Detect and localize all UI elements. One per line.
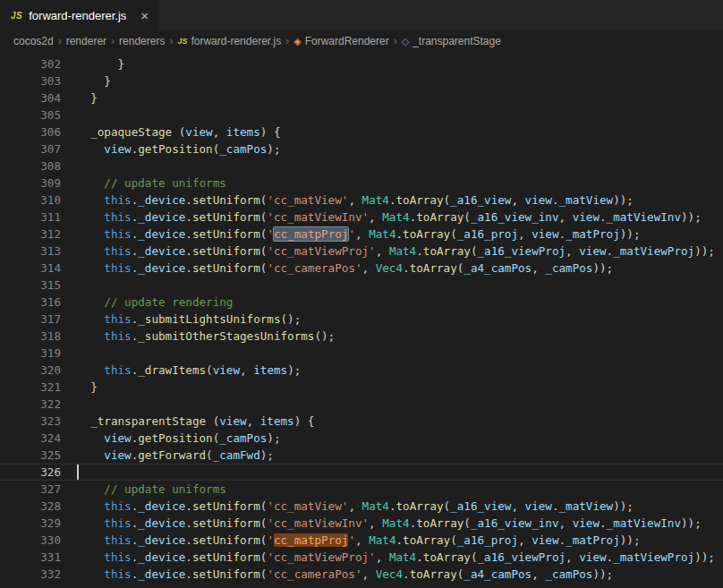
code-token: this [104,227,131,241]
code-line[interactable]: 312 this._device.setUniform('cc_matpProj… [0,226,723,243]
code-line[interactable]: 320 this._drawItems(view, items); [0,362,723,379]
line-number[interactable]: 324 [0,430,61,447]
code-line[interactable]: 319 [0,345,723,362]
code-line[interactable]: 323 _transparentStage (view, items) { [0,413,723,430]
line-number[interactable]: 330 [0,532,61,549]
line-number[interactable]: 313 [0,243,61,260]
line-number[interactable]: 307 [0,141,61,158]
code-token: ( [172,125,185,139]
code-line[interactable]: 304 } [0,89,723,107]
code-token: Vec4 [376,261,403,275]
breadcrumb-item-cocos2d[interactable]: cocos2d [13,35,54,47]
code-token: )); [681,210,702,224]
code-line[interactable]: 321 } [0,379,723,396]
code-token: _device [138,567,185,581]
line-number[interactable]: 309 [0,175,61,192]
line-number[interactable]: 305 [0,107,61,124]
breadcrumb-item-renderer[interactable]: renderer [66,35,106,47]
code-text: this._device.setUniform('cc_matView', Ma… [77,192,634,209]
code-token: view [213,363,240,377]
code-line[interactable]: 324 view.getPosition(_camPos); [0,430,723,447]
line-number[interactable]: 328 [0,498,61,515]
code-token: Mat4 [362,499,389,513]
code-line[interactable]: 318 this._submitOtherStagesUniforms(); [0,328,723,345]
code-line[interactable]: 303 } [0,72,723,89]
line-number[interactable]: 302 [0,55,61,72]
line-number[interactable]: 303 [0,72,61,89]
code-line[interactable]: 332 this._device.setUniform('cc_cameraPo… [0,566,723,583]
line-number[interactable]: 318 [0,328,61,345]
code-token: view [525,193,552,207]
line-number[interactable]: 322 [0,396,61,413]
tab-forward-renderer[interactable]: JS forward-renderer.js × [0,0,159,31]
code-line[interactable]: 322 [0,396,723,413]
line-number[interactable]: 325 [0,447,61,464]
code-line[interactable]: 308 [0,158,723,175]
code-token: Vec4 [376,567,403,581]
code-line[interactable]: 316 // update rendering [0,294,723,311]
code-token: this [104,261,131,275]
code-line[interactable]: 329 this._device.setUniform('cc_matViewI… [0,515,723,532]
code-token: _camPos [545,261,592,275]
code-line[interactable]: 330 this._device.setUniform('cc_matpProj… [0,532,723,549]
line-number[interactable]: 308 [0,158,61,175]
code-line[interactable]: 317 this._submitLightsUniforms(); [0,311,723,328]
breadcrumb-item--transparentstage[interactable]: ◇_transparentStage [402,35,501,47]
code-line[interactable]: 315 [0,277,723,294]
line-number[interactable]: 320 [0,362,61,379]
code-token: 'cc_matViewProj' [267,550,375,564]
code-line[interactable]: 305 [0,107,723,124]
breadcrumb-separator: › [285,35,289,47]
breadcrumb-label: ForwardRenderer [305,35,389,47]
line-number[interactable]: 319 [0,345,61,362]
code-line[interactable]: 311 this._device.setUniform('cc_matViewI… [0,209,723,226]
line-number[interactable]: 317 [0,311,61,328]
code-line[interactable]: 327 // update uniforms [0,481,723,498]
code-line[interactable]: 326 [0,464,723,481]
match-highlight: cc_matpProj [274,227,348,241]
line-number[interactable]: 332 [0,566,61,583]
breadcrumb-item-renderers[interactable]: renderers [119,35,165,47]
code-token: . [185,210,192,224]
code-line[interactable]: 310 this._device.setUniform('cc_matView'… [0,192,723,209]
code-line[interactable]: 306 _opaqueStage (view, items) { [0,124,723,141]
js-file-icon: JS [11,11,22,21]
line-number[interactable]: 329 [0,515,61,532]
code-line[interactable]: 314 this._device.setUniform('cc_cameraPo… [0,260,723,277]
code-line[interactable]: 309 // update uniforms [0,175,723,192]
code-token: toArray [403,227,450,241]
code-line[interactable]: 307 view.getPosition(_camPos); [0,141,723,158]
code-line[interactable]: 325 view.getForward(_camFwd); [0,447,723,464]
code-token: ( [206,448,213,462]
line-number[interactable]: 323 [0,413,61,430]
line-number[interactable]: 331 [0,549,61,566]
code-line[interactable]: 313 this._device.setUniform('cc_matViewP… [0,243,723,260]
line-number[interactable]: 311 [0,209,61,226]
code-text: this._device.setUniform('cc_matViewProj'… [77,549,715,566]
breadcrumb-item-forward-renderer-js[interactable]: JSforward-renderer.js [177,35,281,47]
breadcrumb-item-forwardrenderer[interactable]: ◈ForwardRenderer [293,35,389,47]
code-token: )); [613,499,634,513]
line-number[interactable]: 304 [0,89,61,107]
code-token: ( [464,516,471,530]
code-token: } [77,74,111,88]
line-number[interactable]: 326 [0,464,61,481]
line-number[interactable]: 312 [0,226,61,243]
line-number[interactable]: 321 [0,379,61,396]
line-number[interactable]: 327 [0,481,61,498]
line-number[interactable]: 310 [0,192,61,209]
code-line[interactable]: 331 this._device.setUniform('cc_matViewP… [0,549,723,566]
code-token: 'cc_matView' [267,193,348,207]
code-editor[interactable]: 302 }303 }304 }305306 _opaqueStage (view… [0,51,723,588]
code-token: . [396,533,403,547]
code-token: this [104,312,131,326]
line-number[interactable]: 314 [0,260,61,277]
code-line[interactable]: 328 this._device.setUniform('cc_matView'… [0,498,723,515]
line-number[interactable]: 315 [0,277,61,294]
code-token: , [369,210,382,224]
close-tab-icon[interactable]: × [140,9,149,22]
code-token: _a16_view [450,499,511,513]
line-number[interactable]: 316 [0,294,61,311]
code-line[interactable]: 302 } [0,55,723,72]
line-number[interactable]: 306 [0,124,61,141]
